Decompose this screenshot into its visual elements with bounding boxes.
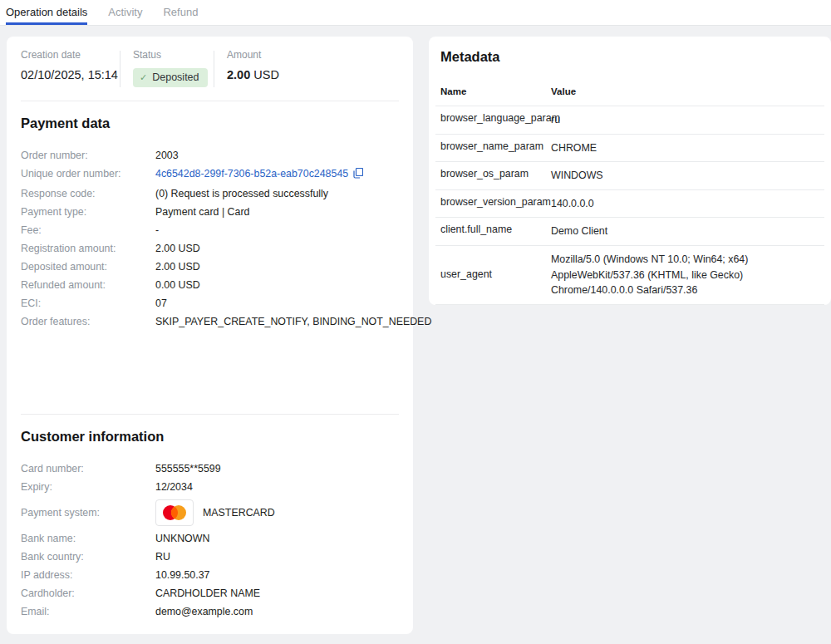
row-order-features: Order features: SKIP_PAYER_CREATE_NOTIFY… bbox=[21, 316, 399, 328]
amount-number: 2.00 bbox=[227, 68, 250, 81]
section-divider bbox=[21, 414, 399, 415]
table-row: browser_version_param 140.0.0.0 bbox=[435, 189, 824, 218]
payment-system-name: MASTERCARD bbox=[203, 507, 275, 519]
summary-row: Creation date 02/10/2025, 15:14 Status ✓… bbox=[21, 37, 399, 101]
unique-order-number-link[interactable]: 4c6542d8-299f-7306-b52a-eab70c248545 bbox=[155, 168, 348, 179]
table-row: browser_os_param WINDOWS bbox=[435, 161, 824, 189]
check-icon: ✓ bbox=[140, 73, 147, 82]
row-label: Registration amount: bbox=[21, 243, 155, 255]
metadata-value: 140.0.0.0 bbox=[551, 196, 594, 212]
row-label: Cardholder: bbox=[21, 587, 155, 600]
creation-date-label: Creation date bbox=[21, 49, 120, 61]
row-label: Email: bbox=[21, 606, 155, 618]
metadata-table-header: Name Value bbox=[435, 65, 824, 106]
row-value: 12/2034 bbox=[155, 481, 193, 494]
row-response-code: Response code: (0) Request is processed … bbox=[21, 188, 399, 200]
row-eci: ECI: 07 bbox=[21, 297, 399, 310]
summary-divider bbox=[120, 51, 120, 87]
row-value: 0.00 USD bbox=[155, 279, 200, 292]
row-expiry: Expiry: 12/2034 bbox=[21, 481, 399, 494]
row-label: Order features: bbox=[21, 316, 155, 328]
amount-label: Amount bbox=[227, 49, 399, 61]
metadata-name: browser_version_param bbox=[440, 196, 551, 212]
row-value: Payment card | Card bbox=[155, 206, 249, 219]
payment-data-title: Payment data bbox=[21, 116, 399, 131]
metadata-card: Metadata Name Value browser_language_par… bbox=[429, 37, 831, 305]
metadata-name: browser_os_param bbox=[440, 168, 551, 184]
amount-block: Amount 2.00 USD bbox=[227, 49, 399, 87]
spacer bbox=[21, 334, 399, 414]
tab-bar: Operation details Activity Refund bbox=[0, 0, 831, 26]
tab-operation-details[interactable]: Operation details bbox=[6, 0, 87, 25]
table-row: client.full_name Demo Client bbox=[435, 217, 824, 245]
row-cardholder: Cardholder: CARDHOLDER NAME bbox=[21, 587, 399, 600]
metadata-name: user_agent bbox=[440, 268, 551, 281]
row-value: CARDHOLDER NAME bbox=[155, 587, 260, 600]
row-value: SKIP_PAYER_CREATE_NOTIFY, BINDING_NOT_NE… bbox=[155, 316, 431, 328]
row-label: Refunded amount: bbox=[21, 279, 155, 292]
metadata-value: ru bbox=[551, 112, 560, 128]
operation-details-card: Creation date 02/10/2025, 15:14 Status ✓… bbox=[7, 37, 413, 634]
row-value: UNKNOWN bbox=[155, 533, 209, 545]
row-value: 10.99.50.37 bbox=[155, 569, 209, 582]
customer-information-title: Customer information bbox=[21, 429, 399, 445]
row-label: Order number: bbox=[21, 150, 155, 162]
row-label: Card number: bbox=[21, 463, 155, 475]
row-label: IP address: bbox=[21, 569, 155, 582]
metadata-name: browser_language_param bbox=[440, 112, 551, 128]
metadata-name: client.full_name bbox=[440, 224, 551, 239]
row-deposited-amount: Deposited amount: 2.00 USD bbox=[21, 261, 399, 273]
row-unique-order-number: Unique order number: 4c6542d8-299f-7306-… bbox=[21, 168, 399, 182]
row-fee: Fee: - bbox=[21, 224, 399, 237]
row-value: RU bbox=[155, 551, 170, 563]
table-row: browser_name_param CHROME bbox=[435, 134, 824, 162]
metadata-value: CHROME bbox=[551, 140, 597, 156]
tab-activity[interactable]: Activity bbox=[108, 0, 142, 25]
row-label: Bank name: bbox=[21, 533, 155, 545]
metadata-col-name: Name bbox=[440, 86, 551, 96]
table-row: browser_language_param ru bbox=[435, 106, 824, 134]
row-value: 4c6542d8-299f-7306-b52a-eab70c248545 bbox=[155, 168, 363, 182]
row-ip-address: IP address: 10.99.50.37 bbox=[21, 569, 399, 582]
metadata-col-value: Value bbox=[551, 86, 576, 96]
amount-currency: USD bbox=[253, 68, 279, 81]
copy-icon[interactable] bbox=[353, 168, 363, 182]
row-value: 2003 bbox=[155, 150, 179, 162]
row-label: Response code: bbox=[21, 188, 155, 200]
status-badge: ✓ Deposited bbox=[133, 68, 208, 87]
row-label: Fee: bbox=[21, 224, 155, 237]
metadata-value: WINDOWS bbox=[551, 168, 603, 184]
row-value: 555555**5599 bbox=[155, 463, 221, 475]
row-label: Payment system: bbox=[21, 507, 155, 519]
amount-value: 2.00 USD bbox=[227, 68, 399, 81]
row-value: (0) Request is processed successfully bbox=[155, 188, 328, 200]
tab-refund[interactable]: Refund bbox=[163, 0, 198, 25]
row-registration-amount: Registration amount: 2.00 USD bbox=[21, 243, 399, 255]
row-label: Unique order number: bbox=[21, 168, 155, 180]
row-order-number: Order number: 2003 bbox=[21, 150, 399, 162]
creation-date-block: Creation date 02/10/2025, 15:14 bbox=[21, 49, 120, 87]
metadata-title: Metadata bbox=[435, 49, 824, 65]
row-value: MASTERCARD bbox=[155, 499, 275, 526]
status-badge-text: Deposited bbox=[152, 71, 199, 83]
metadata-name: browser_name_param bbox=[440, 140, 551, 156]
row-value: - bbox=[155, 224, 159, 237]
row-label: Payment type: bbox=[21, 206, 155, 219]
row-label: Expiry: bbox=[21, 481, 155, 494]
row-label: ECI: bbox=[21, 297, 155, 310]
metadata-value: Mozilla/5.0 (Windows NT 10.0; Win64; x64… bbox=[551, 252, 819, 298]
row-card-number: Card number: 555555**5599 bbox=[21, 463, 399, 475]
row-payment-system: Payment system: MASTERCARD bbox=[21, 499, 399, 526]
table-row: user_agent Mozilla/5.0 (Windows NT 10.0;… bbox=[435, 245, 824, 305]
section-divider bbox=[21, 101, 399, 101]
row-label: Bank country: bbox=[21, 551, 155, 563]
row-value: 07 bbox=[155, 297, 167, 310]
row-label: Deposited amount: bbox=[21, 261, 155, 273]
row-value: demo@example.com bbox=[155, 606, 253, 618]
summary-divider bbox=[214, 51, 214, 87]
row-bank-name: Bank name: UNKNOWN bbox=[21, 533, 399, 545]
row-payment-type: Payment type: Payment card | Card bbox=[21, 206, 399, 219]
status-label: Status bbox=[133, 49, 214, 61]
row-value: 2.00 USD bbox=[155, 243, 200, 255]
creation-date-value: 02/10/2025, 15:14 bbox=[21, 68, 120, 81]
